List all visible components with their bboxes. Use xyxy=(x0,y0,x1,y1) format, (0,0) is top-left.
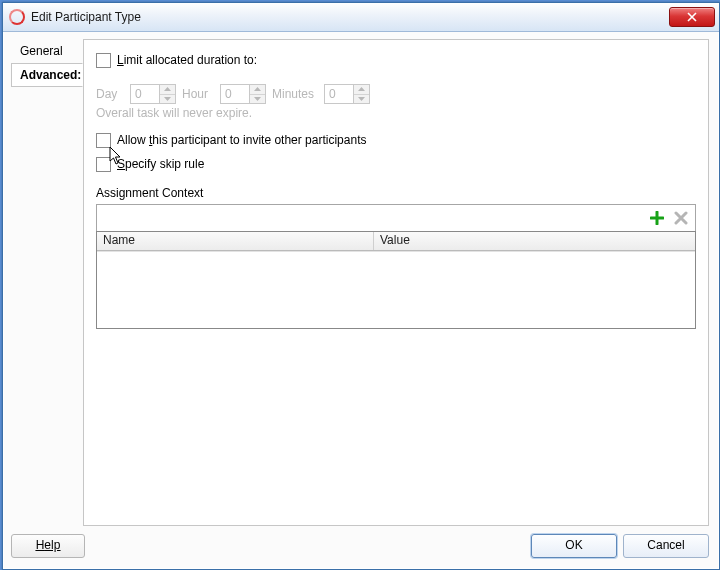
client-area: General Advanced: Limit allocated durati… xyxy=(4,32,718,568)
hour-spinner[interactable]: 0 xyxy=(220,84,266,104)
x-icon xyxy=(674,211,688,225)
table-header: Name Value xyxy=(97,232,695,251)
window-title: Edit Participant Type xyxy=(31,10,669,24)
minutes-value[interactable]: 0 xyxy=(324,84,353,104)
duration-hint: Overall task will never expire. xyxy=(96,106,696,120)
add-button[interactable] xyxy=(649,210,665,226)
hour-spinner-buttons[interactable] xyxy=(249,84,266,104)
skip-checkbox[interactable] xyxy=(96,157,111,172)
chevron-up-icon xyxy=(254,87,261,91)
minutes-spinner-buttons[interactable] xyxy=(353,84,370,104)
assignment-toolbar xyxy=(96,204,696,231)
day-down-button xyxy=(160,94,175,104)
close-button[interactable] xyxy=(669,7,715,27)
column-name[interactable]: Name xyxy=(97,232,374,250)
plus-icon xyxy=(650,211,664,225)
day-spinner-buttons[interactable] xyxy=(159,84,176,104)
minutes-label: Minutes xyxy=(272,87,318,101)
advanced-panel: Limit allocated duration to: Day 0 Hour … xyxy=(83,39,709,526)
limit-duration-checkbox[interactable] xyxy=(96,53,111,68)
chevron-up-icon xyxy=(164,87,171,91)
day-label: Day xyxy=(96,87,124,101)
chevron-down-icon xyxy=(164,97,171,101)
delete-button[interactable] xyxy=(673,210,689,226)
minutes-spinner[interactable]: 0 xyxy=(324,84,370,104)
close-icon xyxy=(687,12,697,22)
invite-label: Allow this participant to invite other p… xyxy=(117,133,366,147)
tab-general[interactable]: General xyxy=(11,39,83,63)
assignment-context-label: Assignment Context xyxy=(96,186,696,200)
tab-list: General Advanced: xyxy=(11,39,83,87)
panel-inner: Limit allocated duration to: Day 0 Hour … xyxy=(84,40,708,335)
limit-duration-row: Limit allocated duration to: xyxy=(96,50,696,70)
minutes-up-button xyxy=(354,85,369,94)
hour-value[interactable]: 0 xyxy=(220,84,249,104)
minutes-down-button xyxy=(354,94,369,104)
chevron-down-icon xyxy=(358,97,365,101)
skip-label: Specify skip rule xyxy=(117,157,204,171)
duration-controls: Day 0 Hour 0 xyxy=(96,84,696,104)
skip-row: Specify skip rule xyxy=(96,154,696,174)
ok-button[interactable]: OK xyxy=(531,534,617,558)
dialog-window: Edit Participant Type General Advanced: … xyxy=(2,2,720,570)
chevron-down-icon xyxy=(254,97,261,101)
day-value[interactable]: 0 xyxy=(130,84,159,104)
column-value[interactable]: Value xyxy=(374,232,695,250)
hour-down-button xyxy=(250,94,265,104)
invite-row: Allow this participant to invite other p… xyxy=(96,130,696,150)
chevron-up-icon xyxy=(358,87,365,91)
hour-label: Hour xyxy=(182,87,214,101)
day-spinner[interactable]: 0 xyxy=(130,84,176,104)
day-up-button xyxy=(160,85,175,94)
invite-checkbox[interactable] xyxy=(96,133,111,148)
titlebar: Edit Participant Type xyxy=(3,3,719,32)
help-button[interactable]: Help xyxy=(11,534,85,558)
assignment-context-table[interactable]: Name Value xyxy=(96,231,696,329)
app-icon xyxy=(9,9,25,25)
cancel-button[interactable]: Cancel xyxy=(623,534,709,558)
limit-duration-label: Limit allocated duration to: xyxy=(117,53,257,67)
dialog-footer: Help OK Cancel xyxy=(11,532,709,560)
hour-up-button xyxy=(250,85,265,94)
table-body[interactable] xyxy=(97,251,695,328)
tab-advanced[interactable]: Advanced: xyxy=(11,63,83,87)
